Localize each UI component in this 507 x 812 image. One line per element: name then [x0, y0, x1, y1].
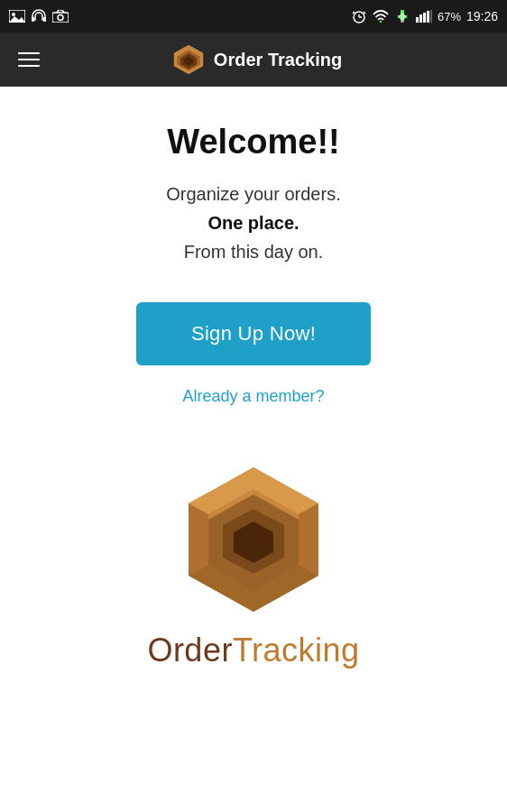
svg-rect-3: [43, 17, 46, 22]
status-icons-right: 67% 19:26: [351, 8, 498, 24]
data-arrows-icon: [394, 8, 410, 24]
brand-order: Order: [147, 632, 233, 669]
nav-title: Order Tracking: [214, 50, 342, 70]
nav-bar: Order Tracking: [0, 32, 507, 87]
camera-icon: [52, 8, 69, 24]
tagline: Organize your orders. One place. From th…: [166, 180, 340, 266]
welcome-title: Welcome!!: [167, 123, 339, 161]
alarm-icon: [351, 8, 367, 24]
svg-point-9: [380, 21, 382, 23]
big-logo-icon: [172, 460, 335, 623]
battery-percent: 67%: [438, 10, 461, 23]
hamburger-line-2: [18, 59, 40, 60]
svg-marker-24: [189, 503, 208, 576]
status-icons-left: [9, 8, 69, 24]
hamburger-line-3: [18, 65, 40, 67]
svg-rect-16: [430, 10, 432, 23]
headphone-icon: [31, 8, 47, 24]
tagline-line1: Organize your orders.: [166, 184, 340, 204]
signal-icon: [416, 8, 432, 24]
nav-logo-icon: [172, 43, 205, 76]
svg-point-1: [12, 13, 15, 16]
svg-marker-11: [397, 12, 408, 23]
svg-point-5: [58, 15, 63, 21]
svg-rect-15: [427, 11, 429, 23]
svg-rect-4: [52, 13, 69, 23]
clock: 19:26: [466, 9, 498, 23]
svg-marker-25: [299, 503, 318, 576]
big-logo-wrap: OrderTracking: [147, 460, 359, 669]
signup-button[interactable]: Sign Up Now!: [136, 302, 371, 365]
nav-title-wrap: Order Tracking: [58, 43, 456, 76]
member-link[interactable]: Already a member?: [182, 387, 324, 406]
hamburger-menu[interactable]: [14, 49, 43, 70]
svg-rect-13: [419, 14, 422, 23]
svg-rect-12: [416, 17, 419, 23]
hamburger-line-1: [18, 52, 40, 54]
image-icon: [9, 8, 25, 24]
wifi-icon: [373, 8, 389, 24]
brand-tracking: Tracking: [233, 632, 360, 669]
svg-rect-2: [32, 17, 34, 22]
svg-rect-14: [423, 13, 426, 23]
tagline-line3: From this day on.: [184, 242, 324, 262]
brand-name: OrderTracking: [147, 632, 359, 669]
main-content: Welcome!! Organize your orders. One plac…: [0, 87, 507, 812]
status-bar: 67% 19:26: [0, 0, 507, 32]
tagline-line2: One place.: [207, 213, 299, 233]
